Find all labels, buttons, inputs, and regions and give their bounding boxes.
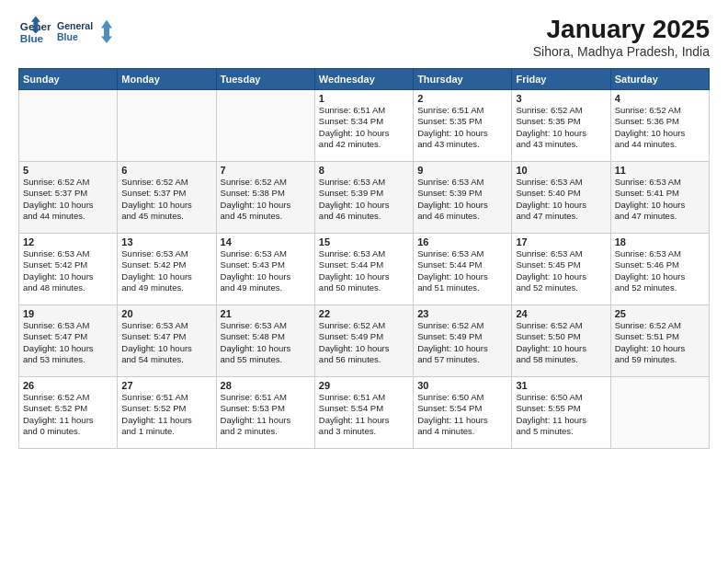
day-number: 28 <box>221 380 311 391</box>
day-number: 23 <box>417 308 507 319</box>
day-info: Daylight: 11 hours <box>516 415 606 426</box>
calendar-cell: 4Sunrise: 6:52 AMSunset: 5:36 PMDaylight… <box>610 90 709 162</box>
day-info: Daylight: 11 hours <box>23 415 113 426</box>
calendar-cell: 19Sunrise: 6:53 AMSunset: 5:47 PMDayligh… <box>19 305 118 377</box>
calendar-cell: 17Sunrise: 6:53 AMSunset: 5:45 PMDayligh… <box>512 234 610 305</box>
day-info: Sunrise: 6:53 AM <box>615 177 705 188</box>
day-info: and 52 minutes. <box>615 282 705 293</box>
calendar-cell: 27Sunrise: 6:51 AMSunset: 5:52 PMDayligh… <box>118 377 216 449</box>
calendar-cell <box>118 90 216 162</box>
day-info: and 2 minutes. <box>221 426 311 437</box>
day-info: Sunrise: 6:53 AM <box>221 320 311 331</box>
day-number: 1 <box>319 93 409 104</box>
day-info: and 3 minutes. <box>319 426 409 437</box>
day-number: 22 <box>319 308 409 319</box>
day-info: and 46 minutes. <box>417 211 507 222</box>
day-number: 9 <box>417 165 507 176</box>
day-number: 31 <box>516 380 606 391</box>
day-info: Daylight: 10 hours <box>319 200 409 211</box>
calendar-cell: 14Sunrise: 6:53 AMSunset: 5:43 PMDayligh… <box>216 234 314 305</box>
day-info: and 44 minutes. <box>23 211 113 222</box>
week-row-2: 5Sunrise: 6:52 AMSunset: 5:37 PMDaylight… <box>19 162 710 234</box>
day-number: 2 <box>417 93 507 104</box>
day-info: Daylight: 10 hours <box>319 343 409 354</box>
calendar-cell: 26Sunrise: 6:52 AMSunset: 5:52 PMDayligh… <box>19 377 118 449</box>
day-info: and 55 minutes. <box>221 354 311 365</box>
calendar-cell <box>216 90 314 162</box>
calendar-cell: 8Sunrise: 6:53 AMSunset: 5:39 PMDaylight… <box>314 162 413 234</box>
day-info: Sunrise: 6:52 AM <box>23 177 113 188</box>
calendar-cell: 6Sunrise: 6:52 AMSunset: 5:37 PMDaylight… <box>118 162 216 234</box>
day-info: Daylight: 10 hours <box>516 343 606 354</box>
general-blue-logo: General Blue <box>57 15 112 50</box>
month-year: January 2025 <box>533 15 710 44</box>
day-number: 20 <box>121 308 211 319</box>
day-info: Sunrise: 6:52 AM <box>615 105 705 116</box>
day-info: and 56 minutes. <box>319 354 409 365</box>
day-number: 13 <box>121 236 211 247</box>
header-day-thursday: Thursday <box>414 69 512 90</box>
day-info: Sunrise: 6:53 AM <box>121 320 211 331</box>
logo-icon: General Blue <box>18 16 51 49</box>
day-number: 29 <box>319 380 409 391</box>
calendar-cell: 28Sunrise: 6:51 AMSunset: 5:53 PMDayligh… <box>216 377 314 449</box>
day-info: Sunset: 5:36 PM <box>615 116 705 127</box>
header-row: SundayMondayTuesdayWednesdayThursdayFrid… <box>19 69 710 90</box>
day-info: Daylight: 10 hours <box>615 343 705 354</box>
day-info: and 52 minutes. <box>516 282 606 293</box>
day-number: 10 <box>516 165 606 176</box>
day-info: Sunset: 5:54 PM <box>417 403 507 414</box>
day-info: Sunrise: 6:52 AM <box>516 105 606 116</box>
calendar-cell: 3Sunrise: 6:52 AMSunset: 5:35 PMDaylight… <box>512 90 610 162</box>
calendar-cell: 20Sunrise: 6:53 AMSunset: 5:47 PMDayligh… <box>118 305 216 377</box>
day-info: Sunset: 5:34 PM <box>319 116 409 127</box>
day-number: 19 <box>23 308 113 319</box>
day-info: Sunset: 5:39 PM <box>417 188 507 199</box>
calendar-cell: 2Sunrise: 6:51 AMSunset: 5:35 PMDaylight… <box>414 90 512 162</box>
day-info: Sunrise: 6:52 AM <box>417 320 507 331</box>
week-row-3: 12Sunrise: 6:53 AMSunset: 5:42 PMDayligh… <box>19 234 710 305</box>
day-number: 6 <box>121 165 211 176</box>
week-row-5: 26Sunrise: 6:52 AMSunset: 5:52 PMDayligh… <box>19 377 710 449</box>
day-info: Sunset: 5:47 PM <box>121 331 211 342</box>
calendar-cell: 22Sunrise: 6:52 AMSunset: 5:49 PMDayligh… <box>314 305 413 377</box>
day-info: and 49 minutes. <box>221 282 311 293</box>
day-info: Sunset: 5:52 PM <box>23 403 113 414</box>
day-number: 11 <box>615 165 705 176</box>
day-info: Daylight: 10 hours <box>121 343 211 354</box>
day-info: Sunrise: 6:53 AM <box>221 248 311 259</box>
day-info: Sunrise: 6:53 AM <box>121 248 211 259</box>
calendar-cell: 31Sunrise: 6:50 AMSunset: 5:55 PMDayligh… <box>512 377 610 449</box>
day-info: Sunset: 5:49 PM <box>417 331 507 342</box>
day-info: and 57 minutes. <box>417 354 507 365</box>
day-info: Daylight: 10 hours <box>516 200 606 211</box>
day-info: Sunrise: 6:51 AM <box>417 105 507 116</box>
svg-text:Blue: Blue <box>20 32 44 44</box>
day-info: and 43 minutes. <box>516 139 606 150</box>
calendar-cell <box>19 90 118 162</box>
day-info: Sunrise: 6:52 AM <box>516 320 606 331</box>
day-info: and 45 minutes. <box>121 211 211 222</box>
day-number: 25 <box>615 308 705 319</box>
calendar-cell: 13Sunrise: 6:53 AMSunset: 5:42 PMDayligh… <box>118 234 216 305</box>
day-info: Sunset: 5:35 PM <box>417 116 507 127</box>
day-number: 21 <box>221 308 311 319</box>
day-info: Daylight: 11 hours <box>417 415 507 426</box>
day-info: Sunset: 5:54 PM <box>319 403 409 414</box>
header-day-tuesday: Tuesday <box>216 69 314 90</box>
day-info: Sunset: 5:39 PM <box>319 188 409 199</box>
calendar-cell: 9Sunrise: 6:53 AMSunset: 5:39 PMDaylight… <box>414 162 512 234</box>
calendar-table: SundayMondayTuesdayWednesdayThursdayFrid… <box>18 68 710 449</box>
calendar-cell: 15Sunrise: 6:53 AMSunset: 5:44 PMDayligh… <box>314 234 413 305</box>
calendar-cell: 30Sunrise: 6:50 AMSunset: 5:54 PMDayligh… <box>414 377 512 449</box>
day-info: Sunrise: 6:50 AM <box>417 392 507 403</box>
day-info: Sunset: 5:37 PM <box>23 188 113 199</box>
calendar-cell: 5Sunrise: 6:52 AMSunset: 5:37 PMDaylight… <box>19 162 118 234</box>
day-number: 3 <box>516 93 606 104</box>
day-info: Sunrise: 6:52 AM <box>221 177 311 188</box>
day-info: and 46 minutes. <box>319 211 409 222</box>
day-info: Daylight: 11 hours <box>319 415 409 426</box>
day-info: Daylight: 10 hours <box>319 271 409 282</box>
day-info: and 5 minutes. <box>516 426 606 437</box>
calendar-cell: 29Sunrise: 6:51 AMSunset: 5:54 PMDayligh… <box>314 377 413 449</box>
